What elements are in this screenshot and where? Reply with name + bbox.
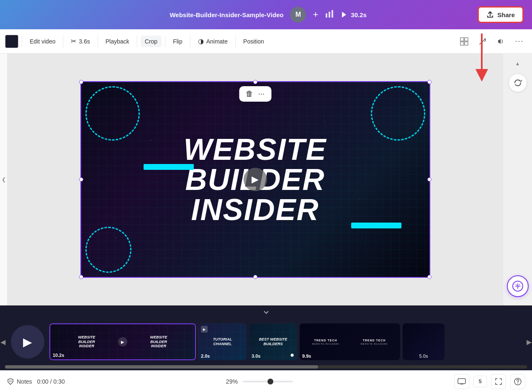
deco-circle-bottom-left <box>85 227 131 273</box>
clip-2-duration: 2.0s <box>201 354 210 359</box>
video-background: WEBSITE BUILDER INSIDER ▶ <box>81 82 429 277</box>
help-button[interactable] <box>510 374 525 389</box>
svg-point-14 <box>516 284 517 285</box>
grid-icon-button[interactable] <box>457 34 472 49</box>
share-button[interactable]: Share <box>478 6 524 23</box>
clip-4-label-a: TREND TECH <box>314 339 337 342</box>
svg-point-15 <box>519 284 520 285</box>
divider-5 <box>165 36 165 47</box>
svg-rect-8 <box>460 42 464 45</box>
timeline-left-scroll[interactable]: ◀ <box>0 318 6 365</box>
magic-wand-icon-button[interactable] <box>475 34 490 49</box>
toolbar: Edit video ✂ 3.6s Playback Crop Flip ◑ A… <box>0 29 532 54</box>
edit-video-button[interactable]: Edit video <box>26 36 59 47</box>
deco-line-right <box>351 223 401 228</box>
divider-1 <box>22 36 22 47</box>
svg-point-21 <box>517 383 518 384</box>
svg-text:+: + <box>521 79 522 82</box>
more-icon[interactable]: ··· <box>258 90 265 98</box>
flip-button[interactable]: Flip <box>169 36 187 47</box>
play-time-display[interactable]: 30.2s <box>341 11 367 18</box>
svg-point-10 <box>485 38 486 39</box>
main-area: ❮ WEBSITE BUILDER INSIDER ▶ 🗑 <box>0 54 532 305</box>
clip-3-duration: 3.0s <box>252 354 260 359</box>
timeline-right-scroll[interactable]: ▶ <box>526 318 532 365</box>
timeline-clip-1[interactable]: WEBSITEBUILDERINSIDER WEBSITEBUILDERINSI… <box>49 323 196 360</box>
clip-4-sublabel-b: WEBSITE BUILDERS <box>361 343 388 345</box>
play-icon: ▶ <box>23 335 32 349</box>
canvas-area: WEBSITE BUILDER INSIDER ▶ 🗑 ··· <box>8 54 503 305</box>
timeline-scroll-area: ◀ ▶ WEBSITEBUILDERINSIDER WEBSITEBUILDER… <box>0 318 532 365</box>
video-title-line3: INSIDER <box>191 195 319 225</box>
timeline-content: ▶ WEBSITEBUILDERINSIDER WEBSITEBUILDERIN… <box>6 318 526 365</box>
timeline-clip-5[interactable]: 5.0s <box>403 323 445 360</box>
timeline-play-button[interactable]: ▶ <box>11 325 44 359</box>
zoom-thumb <box>267 379 273 384</box>
svg-rect-17 <box>458 379 465 384</box>
add-icon[interactable]: + <box>313 9 318 20</box>
timeline-collapse-button[interactable] <box>35 309 497 315</box>
clip-3-indicator <box>290 354 294 357</box>
animate-icon: ◑ <box>198 37 204 45</box>
svg-point-13 <box>517 285 519 287</box>
animate-button[interactable]: ◑ Animate <box>194 35 232 48</box>
notes-button[interactable]: Notes <box>7 378 32 385</box>
more-options-button[interactable]: ··· <box>512 34 527 49</box>
clip-2-play-icon: ▶ <box>201 326 208 333</box>
zoom-slider[interactable] <box>243 381 293 382</box>
time-display: 0:00 / 0:30 <box>37 378 65 385</box>
svg-rect-7 <box>465 38 468 41</box>
video-context-menu: 🗑 ··· <box>239 86 271 102</box>
position-button[interactable]: Position <box>239 36 268 47</box>
header-center: Website-Builder-Insider-Sample-Video M +… <box>170 7 366 23</box>
color-box[interactable] <box>5 35 18 48</box>
avatar[interactable]: M <box>290 7 306 23</box>
video-play-button[interactable]: ▶ <box>244 168 267 191</box>
svg-rect-9 <box>465 42 468 45</box>
divider-7 <box>235 36 236 47</box>
bottom-bar: Notes 0:00 / 0:30 29% 5 <box>0 370 532 392</box>
top-header: Website-Builder-Insider-Sample-Video M +… <box>0 0 532 29</box>
crop-button[interactable]: Crop <box>141 36 162 47</box>
video-canvas[interactable]: WEBSITE BUILDER INSIDER ▶ 🗑 ··· <box>80 81 430 278</box>
bottom-right: 5 <box>454 374 525 389</box>
timeline-clip-2[interactable]: ▶ TUTORIALCHANNEL 2.0s <box>198 323 247 360</box>
svg-rect-2 <box>332 10 333 18</box>
clip-4-sublabel-a: WEBSITE BUILDERS <box>312 343 339 345</box>
trim-button[interactable]: ✂ 3.6s <box>67 35 94 48</box>
delete-icon[interactable]: 🗑 <box>246 90 253 98</box>
header-right: Share <box>478 6 524 23</box>
volume-icon-button[interactable] <box>493 34 509 49</box>
svg-rect-0 <box>326 13 327 18</box>
divider-4 <box>137 36 137 47</box>
scroll-up-button[interactable]: ▲ <box>513 59 523 69</box>
bottom-center: 29% <box>70 378 449 385</box>
desktop-view-button[interactable] <box>454 374 469 389</box>
deco-circle-top-right <box>371 86 425 141</box>
magic-ai-button[interactable] <box>507 275 529 297</box>
clip-5-duration: 5.0s <box>419 354 428 359</box>
divider-3 <box>98 36 98 47</box>
right-sidebar: ▲ + ▼ <box>503 54 532 305</box>
timeline-clip-3[interactable]: BEST WEBSITEBUILDERS 3.0s <box>249 323 297 360</box>
deco-circle-top-left <box>85 86 140 141</box>
divider-6 <box>190 36 190 47</box>
left-panel-collapse[interactable]: ❮ <box>0 54 8 305</box>
zoom-label: 29% <box>226 378 238 385</box>
playback-button[interactable]: Playback <box>101 36 134 47</box>
clip-4-label-b: TREND TECH <box>362 339 386 342</box>
timeline-clips: WEBSITEBUILDERINSIDER WEBSITEBUILDERINSI… <box>49 323 526 360</box>
toolbar-end: ··· <box>457 34 527 49</box>
clip-1-duration: 10.2s <box>53 353 64 358</box>
fullscreen-button[interactable] <box>491 374 506 389</box>
clip-4-duration: 9.9s <box>302 354 311 359</box>
timeline-clip-4[interactable]: TREND TECH WEBSITE BUILDERS TREND TECH W… <box>300 323 400 360</box>
svg-rect-6 <box>460 38 464 41</box>
deco-line-left <box>144 164 194 170</box>
svg-rect-1 <box>329 12 330 18</box>
clip-1-play-icon: ▶ <box>118 337 127 346</box>
video-title-line1: WEBSITE <box>183 134 326 164</box>
refresh-icon-button[interactable]: + <box>509 74 527 92</box>
chart-icon[interactable] <box>325 9 334 20</box>
timeline-scrollbar[interactable] <box>5 365 527 369</box>
